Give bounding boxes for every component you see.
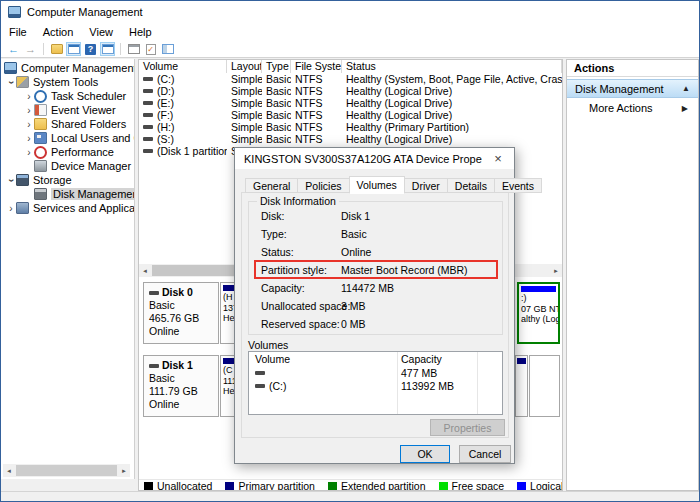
disk-management-icon [34, 188, 47, 200]
computer-icon [4, 62, 17, 74]
sidebar-item-storage[interactable]: › Storage [1, 173, 134, 187]
table-row[interactable]: (D:) Simple Basic NTFS Healthy (Logical … [139, 85, 562, 97]
chevron-expanded-icon[interactable]: › [6, 175, 17, 185]
dialog-title-bar: KINGSTON SV300S37A120G ATA Device Proper… [235, 148, 514, 169]
volume-icon [143, 149, 153, 153]
column-header-volume[interactable]: Volume [139, 60, 227, 73]
table-row[interactable]: (H:) Simple Basic NTFS Healthy (Primary … [139, 121, 562, 133]
volume-icon [143, 137, 153, 141]
close-icon[interactable]: × [482, 148, 514, 169]
disk-icon [149, 364, 159, 368]
table-row[interactable]: (E:) Simple Basic NTFS Healthy (Logical … [139, 97, 562, 109]
cancel-button[interactable]: Cancel [459, 445, 511, 463]
forward-arrow-icon[interactable]: → [23, 42, 38, 56]
chevron-collapsed-icon[interactable]: › [6, 203, 16, 214]
table-row[interactable]: (C:) 113992 MB [249, 379, 502, 392]
properties-button[interactable]: Properties [430, 419, 505, 436]
menu-help[interactable]: Help [121, 23, 160, 41]
sidebar-item-services-applications[interactable]: › Services and Applications [1, 201, 134, 215]
disk0-label[interactable]: Disk 0 Basic 465.76 GB Online [143, 282, 219, 344]
sidebar-item-system-tools[interactable]: › System Tools [1, 75, 134, 89]
chevron-collapsed-icon[interactable]: › [24, 133, 34, 144]
back-arrow-icon[interactable]: ← [6, 42, 21, 56]
disk0-extended-partition[interactable]: :) 07 GB NTF althy (Log [517, 282, 560, 344]
sidebar-item-device-manager[interactable]: Device Manager [1, 159, 134, 173]
console-tree-panel: Computer Management (Local › System Tool… [1, 59, 135, 479]
device-properties-dialog: KINGSTON SV300S37A120G ATA Device Proper… [234, 147, 515, 464]
tab-volumes[interactable]: Volumes [349, 176, 405, 194]
sidebar-item-performance[interactable]: › Performance [1, 145, 134, 159]
scroll-left-icon[interactable]: ◄ [139, 268, 151, 274]
primary-partition-bar [517, 358, 526, 364]
task-scheduler-icon [34, 90, 47, 103]
sidebar-item-event-viewer[interactable]: › Event Viewer [1, 103, 134, 117]
table-row[interactable]: 477 MB [249, 366, 502, 379]
table-row[interactable]: (S:) Simple Basic NTFS Healthy (Logical … [139, 133, 562, 145]
console-window-icon[interactable] [66, 42, 81, 56]
tab-driver[interactable]: Driver [404, 178, 448, 193]
chevron-collapsed-icon[interactable]: › [24, 147, 34, 158]
actions-panel: Actions Disk Management ▲ More Actions ▶ [566, 59, 699, 491]
chevron-collapsed-icon[interactable]: › [24, 119, 34, 130]
groupbox-heading: Disk Information [257, 195, 339, 207]
submenu-arrow-icon: ▶ [682, 104, 688, 113]
tab-details[interactable]: Details [447, 178, 495, 193]
sidebar-item-local-users-groups[interactable]: › Local Users and Groups [1, 131, 134, 145]
scroll-left-icon[interactable]: ◄ [3, 468, 15, 474]
ok-button[interactable]: OK [400, 445, 450, 463]
dialog-volumes-table: Volume Capacity 477 MB (C:) 113992 MB [248, 351, 503, 415]
computer-management-icon [8, 6, 21, 18]
table-row[interactable]: (F:) Simple Basic NTFS Healthy (Logical … [139, 109, 562, 121]
scrollbar-thumb[interactable] [16, 465, 117, 476]
table-row[interactable]: (C:) Simple Basic NTFS Healthy (System, … [139, 73, 562, 85]
sidebar-item-shared-folders[interactable]: › Shared Folders [1, 117, 134, 131]
menu-file[interactable]: File [1, 23, 35, 41]
column-header-volume[interactable]: Volume [249, 353, 397, 365]
sidebar-item-task-scheduler[interactable]: › Task Scheduler [1, 89, 134, 103]
checkmark-doc-icon[interactable]: ✓ [143, 42, 158, 56]
disk1-partition-plain[interactable] [529, 355, 560, 417]
chevron-collapsed-icon[interactable]: › [24, 91, 34, 102]
column-header-filesystem[interactable]: File System [291, 60, 342, 73]
tab-events[interactable]: Events [494, 178, 542, 193]
column-header-layout[interactable]: Layout [227, 60, 262, 73]
sidebar-item-computer-management[interactable]: Computer Management (Local [1, 61, 134, 75]
export-list-window-icon[interactable] [126, 42, 141, 56]
storage-icon [16, 174, 29, 186]
open-folder-icon[interactable] [49, 42, 64, 56]
legend-color-swatch [439, 482, 448, 491]
tab-policies[interactable]: Policies [297, 178, 349, 193]
legend-item: Unallocated [144, 480, 212, 491]
column-header-capacity[interactable]: Capacity [397, 353, 472, 365]
menu-view[interactable]: View [81, 23, 121, 41]
more-actions-item[interactable]: More Actions ▶ [567, 98, 698, 118]
volume-icon [143, 125, 153, 129]
chevron-collapsed-icon[interactable]: › [24, 105, 34, 116]
disk1-partition-tail[interactable] [515, 355, 528, 417]
shared-folders-icon [34, 118, 47, 130]
dialog-table-header: Volume Capacity [249, 352, 502, 366]
sidebar-item-disk-management[interactable]: Disk Management [1, 187, 134, 201]
scroll-right-icon[interactable]: ► [118, 468, 130, 474]
legend-item: Extended partition [328, 480, 426, 491]
console-window-alt-icon[interactable] [100, 42, 115, 56]
scroll-right-icon[interactable]: ► [550, 268, 562, 274]
help-icon[interactable]: ? [83, 42, 98, 56]
status-bar [1, 491, 699, 502]
disk1-label[interactable]: Disk 1 Basic 111.79 GB Online [143, 355, 219, 417]
actions-panel-title: Actions [567, 60, 698, 77]
legend-color-swatch [328, 482, 337, 491]
actions-group-disk-management[interactable]: Disk Management ▲ [567, 79, 698, 98]
collapse-up-icon[interactable]: ▲ [682, 84, 690, 93]
menu-action[interactable]: Action [35, 23, 82, 41]
tab-general[interactable]: General [245, 178, 298, 193]
column-header-status[interactable]: Status [342, 60, 562, 73]
column-header-type[interactable]: Type [262, 60, 291, 73]
legend-color-swatch [144, 482, 153, 491]
window-title: Computer Management [27, 6, 143, 18]
action-pane-icon[interactable] [160, 42, 175, 56]
volumes-tab-page: Disk Information Disk:Disk 1 Type:Basic … [241, 192, 509, 438]
partition-legend: Unallocated Primary partition Extended p… [139, 479, 562, 491]
chevron-expanded-icon[interactable]: › [6, 77, 17, 87]
tree-horizontal-scrollbar[interactable]: ◄ ► [3, 464, 130, 477]
